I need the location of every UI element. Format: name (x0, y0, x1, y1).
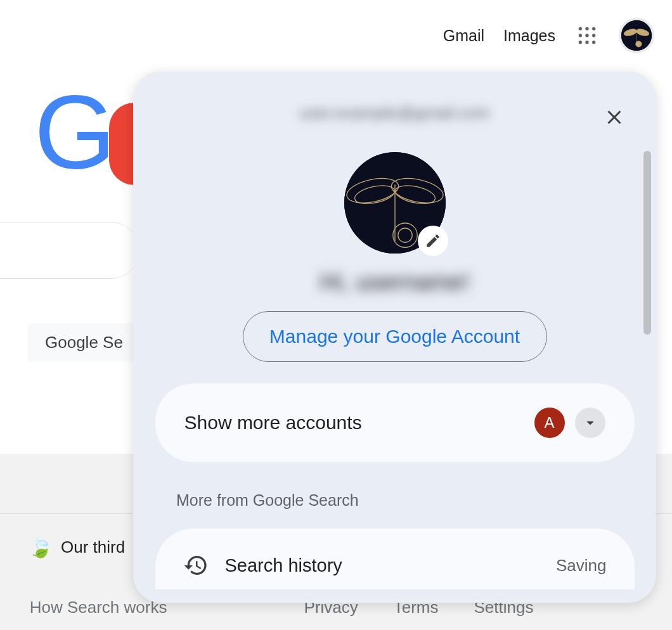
svg-point-13 (636, 41, 642, 48)
scrollbar[interactable] (643, 151, 651, 335)
leaf-icon: 🍃 (28, 535, 53, 559)
svg-point-2 (592, 27, 595, 30)
svg-point-6 (579, 41, 582, 44)
edit-avatar-button[interactable] (418, 226, 448, 256)
svg-point-4 (585, 34, 588, 37)
svg-point-7 (585, 41, 588, 44)
more-from-search-title: More from Google Search (176, 491, 656, 510)
search-history-row[interactable]: Search history Saving (155, 529, 635, 589)
search-history-status: Saving (556, 556, 607, 575)
svg-point-1 (585, 27, 588, 30)
search-input[interactable] (0, 222, 139, 279)
svg-point-8 (592, 41, 595, 44)
pencil-icon (425, 233, 441, 249)
apps-icon[interactable] (574, 23, 600, 48)
manage-account-button[interactable]: Manage your Google Account (243, 311, 547, 362)
secondary-account-avatar: A (534, 408, 565, 438)
svg-point-5 (592, 34, 595, 37)
gmail-link[interactable]: Gmail (443, 27, 484, 45)
history-icon (183, 553, 209, 578)
account-greeting: Hi, username! (133, 269, 656, 296)
search-history-label: Search history (225, 555, 342, 576)
images-link[interactable]: Images (503, 27, 555, 45)
chevron-down-icon (581, 414, 599, 432)
google-logo: G (34, 80, 134, 184)
account-panel: user.example@gmail.com Hi, us (133, 72, 656, 603)
expand-accounts-button[interactable] (575, 408, 605, 438)
how-search-works-link[interactable]: How Search works (30, 598, 167, 617)
avatar[interactable] (619, 18, 654, 53)
google-search-button[interactable]: Google Se (28, 323, 140, 362)
show-more-accounts-button[interactable]: Show more accounts A (155, 383, 635, 462)
carbon-neutral-link[interactable]: 🍃 Our third (28, 535, 125, 559)
svg-point-0 (579, 27, 582, 30)
show-more-accounts-label: Show more accounts (184, 412, 362, 434)
account-email: user.example@gmail.com (133, 103, 656, 123)
svg-point-3 (579, 34, 582, 37)
